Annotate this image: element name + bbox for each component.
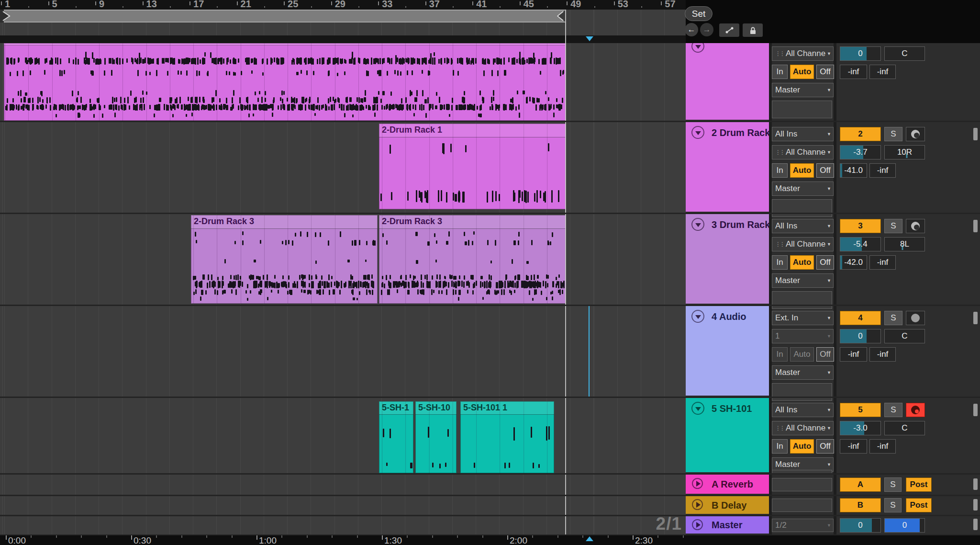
pre-post-toggle[interactable]: Post xyxy=(906,498,932,512)
meter-right-field[interactable]: -inf xyxy=(869,347,896,362)
monitor-off-button[interactable]: Off xyxy=(816,255,834,270)
pre-post-toggle[interactable]: Post xyxy=(906,477,932,492)
cue-out-select[interactable]: 1/2▼ xyxy=(772,519,834,532)
marker-lane[interactable] xyxy=(0,35,686,43)
solo-button[interactable]: S xyxy=(884,477,902,492)
input-type-select[interactable]: All Ins▼ xyxy=(772,403,834,417)
input-channel-select[interactable]: ⋮⋮All Channe▼ xyxy=(772,145,834,159)
fold-track-icon[interactable] xyxy=(691,126,704,139)
output-select[interactable]: Master▼ xyxy=(772,83,834,97)
meter-right-field[interactable]: -inf xyxy=(869,163,896,178)
meter-left-field[interactable]: -inf xyxy=(840,347,867,362)
solo-button[interactable]: S xyxy=(884,498,902,512)
play-return-icon[interactable] xyxy=(692,478,703,489)
monitor-auto-button[interactable]: Auto xyxy=(790,65,814,79)
meter-right-field[interactable]: -inf xyxy=(869,65,896,79)
arm-button[interactable] xyxy=(906,311,925,325)
clip-2-Drum Rack 3[interactable]: 2-Drum Rack 3 xyxy=(379,215,566,304)
clip-5-SH-10[interactable]: 5-SH-10 xyxy=(415,401,457,473)
play-master-icon[interactable] xyxy=(692,519,703,530)
lock-envelopes-button[interactable] xyxy=(743,23,763,37)
clip-track1[interactable] xyxy=(4,43,566,121)
track-header-3[interactable]: 3 Drum Rack xyxy=(686,214,769,304)
fold-track-icon[interactable] xyxy=(691,402,704,415)
clip-2-Drum Rack 1[interactable]: 2-Drum Rack 1 xyxy=(379,124,566,209)
input-type-select[interactable]: Ext. In▼ xyxy=(772,311,834,325)
fold-track-icon[interactable] xyxy=(691,218,704,231)
track-header-1[interactable] xyxy=(686,43,769,120)
monitor-in-button[interactable]: In xyxy=(772,347,788,362)
monitor-in-button[interactable]: In xyxy=(772,163,788,178)
monitor-auto-button[interactable]: Auto xyxy=(790,439,814,454)
monitor-auto-button[interactable]: Auto xyxy=(790,255,814,270)
input-type-select[interactable]: All Ins▼ xyxy=(772,219,834,233)
track-activator[interactable]: 5 xyxy=(840,403,881,417)
arm-button[interactable] xyxy=(906,219,925,233)
solo-button[interactable]: S xyxy=(884,311,902,325)
track-header-2[interactable]: 2 Drum Rack xyxy=(686,122,769,212)
track-delay-field[interactable] xyxy=(772,101,832,118)
meter-left-field[interactable]: -inf xyxy=(840,65,867,79)
meter-left-field[interactable]: -inf xyxy=(840,439,867,454)
input-type-select[interactable]: All Ins▼ xyxy=(772,127,834,141)
automation-mode-button[interactable] xyxy=(719,23,739,37)
meter-left-field[interactable]: -42.0 xyxy=(840,255,867,270)
track-delay-field[interactable] xyxy=(772,470,832,473)
input-channel-select[interactable]: ⋮⋮All Channe▼ xyxy=(772,237,834,251)
master-header[interactable]: Master xyxy=(686,516,769,534)
volume-field[interactable]: -5.4 xyxy=(840,237,881,251)
monitor-auto-button[interactable]: Auto xyxy=(790,347,814,362)
track-activator[interactable]: 4 xyxy=(840,311,881,325)
pan-field[interactable]: C xyxy=(884,329,925,343)
monitor-in-button[interactable]: In xyxy=(772,255,788,270)
return-activator[interactable]: A xyxy=(840,477,881,492)
set-button[interactable]: Set xyxy=(685,6,713,21)
solo-button[interactable]: S xyxy=(884,127,902,141)
volume-field[interactable]: -3.7 xyxy=(840,145,881,159)
track-activator[interactable]: 2 xyxy=(840,127,881,141)
clip-5-SH-1[interactable]: 5-SH-1 xyxy=(379,401,413,473)
loop-brace[interactable] xyxy=(0,10,566,23)
meter-right-field[interactable]: -inf xyxy=(869,255,896,270)
solo-button[interactable]: S xyxy=(884,403,902,417)
monitor-in-button[interactable]: In xyxy=(772,65,788,79)
clip-2-Drum Rack 3[interactable]: 2-Drum Rack 3 xyxy=(191,215,378,304)
pan-field[interactable]: C xyxy=(884,421,925,435)
play-return-icon[interactable] xyxy=(692,499,703,510)
input-channel-select[interactable]: ⋮⋮All Channe▼ xyxy=(772,46,834,61)
monitor-off-button[interactable]: Off xyxy=(816,163,834,178)
arrangement-area[interactable]: 2/1 2-Drum Rack 12-Drum Rack 32-Drum Rac… xyxy=(0,10,686,535)
forward-arrow-button[interactable]: → xyxy=(700,23,713,36)
meter-right-field[interactable]: -inf xyxy=(869,439,896,454)
track-activator[interactable]: 3 xyxy=(840,219,881,233)
output-select[interactable]: Master▼ xyxy=(772,365,834,380)
track-delay-field[interactable] xyxy=(772,478,832,491)
insert-marker-icon[interactable] xyxy=(586,36,593,41)
fold-track-icon[interactable] xyxy=(691,310,704,323)
master-volume-field[interactable]: 0 xyxy=(840,518,881,533)
monitor-in-button[interactable]: In xyxy=(772,439,788,454)
pan-field[interactable]: 10R xyxy=(884,145,925,159)
monitor-off-button[interactable]: Off xyxy=(816,347,834,362)
volume-field[interactable]: 0 xyxy=(840,329,881,343)
track-header-4[interactable]: 4 Audio xyxy=(686,306,769,396)
monitor-off-button[interactable]: Off xyxy=(816,439,834,454)
input-channel-select[interactable]: 1▼ xyxy=(772,329,834,343)
volume-field[interactable]: -3.0 xyxy=(840,421,881,435)
arm-button[interactable] xyxy=(906,403,925,417)
fold-track-icon[interactable] xyxy=(691,43,704,53)
cue-volume-field[interactable]: 0 xyxy=(884,518,925,533)
clip-5-SH-101 1[interactable]: 5-SH-101 1 xyxy=(460,401,554,473)
meter-left-field[interactable]: -41.0 xyxy=(840,163,867,178)
return-activator[interactable]: B xyxy=(840,498,881,512)
bar-ruler[interactable]: 159131721252933374145495357 xyxy=(0,0,686,10)
track-delay-field[interactable] xyxy=(772,499,832,512)
pan-field[interactable]: 8L xyxy=(884,237,925,251)
monitor-off-button[interactable]: Off xyxy=(816,65,834,79)
time-ruler[interactable]: 0:000:301:001:302:002:30 xyxy=(0,535,980,545)
pan-field[interactable]: C xyxy=(884,46,925,61)
volume-field[interactable]: 0 xyxy=(840,46,881,61)
monitor-auto-button[interactable]: Auto xyxy=(790,163,814,178)
return-header-a[interactable]: A Reverb xyxy=(686,475,769,494)
solo-button[interactable]: S xyxy=(884,219,902,233)
